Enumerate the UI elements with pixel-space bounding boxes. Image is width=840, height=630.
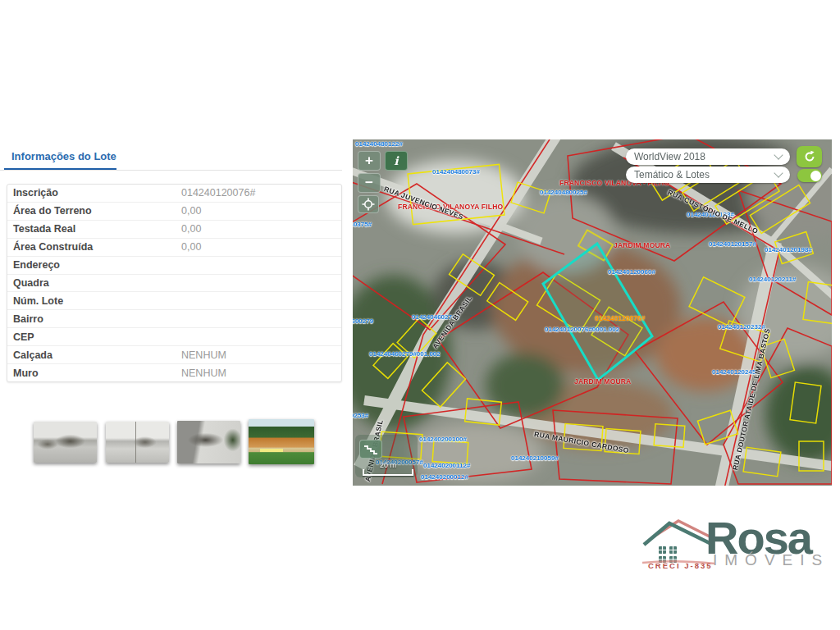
field-label: Endereço <box>7 259 181 271</box>
locate-button[interactable] <box>358 195 379 213</box>
info-row: Bairro <box>7 310 341 328</box>
layer-select-value: Temático & Lotes <box>634 169 710 180</box>
layer-toggle[interactable] <box>797 169 822 182</box>
field-value: 014240120076# <box>181 187 255 199</box>
logo-creci-text: CRECI J-835 <box>648 561 713 570</box>
info-row: Endereço <box>7 257 341 275</box>
info-row: Área Construída0,00 <box>7 239 341 257</box>
photo-thumbnail[interactable] <box>106 422 169 463</box>
refresh-icon <box>803 150 816 163</box>
scale-label: 20 m <box>363 461 413 469</box>
field-label: CEP <box>7 331 181 343</box>
info-row: Testada Real0,00 <box>7 221 341 239</box>
info-row: Inscrição014240120076# <box>7 185 341 203</box>
satellite-map[interactable]: 014240480122#014240480073#014240480025#0… <box>353 139 832 486</box>
field-label: Muro <box>7 368 181 379</box>
info-row: Área do Terreno0,00 <box>7 203 341 221</box>
chevron-down-icon <box>774 150 783 159</box>
basemap-select[interactable]: WorldView 2018 <box>626 148 790 165</box>
zoom-out-button[interactable]: − <box>358 173 381 193</box>
info-row: CEP <box>7 328 341 346</box>
tab-informacoes-do-lote[interactable]: Informações do Lote <box>11 150 116 162</box>
info-row: MuroNENHUM <box>7 364 341 381</box>
page: Informações do Lote Inscrição01424012007… <box>0 0 840 630</box>
field-label: Calçada <box>7 349 181 361</box>
field-value: NENHUM <box>181 368 226 379</box>
info-button[interactable]: i <box>385 151 408 171</box>
field-label: Bairro <box>7 313 181 325</box>
field-label: Testada Real <box>7 223 181 235</box>
photo-thumbnail[interactable] <box>249 419 314 464</box>
scale-bar-line <box>363 469 413 476</box>
info-row: Quadra <box>7 275 341 293</box>
info-row: CalçadaNENHUM <box>7 346 341 364</box>
crosshair-icon <box>362 198 375 211</box>
chevron-down-icon <box>774 168 783 177</box>
field-value: NENHUM <box>181 349 226 361</box>
field-label: Quadra <box>7 277 181 289</box>
info-row: Núm. Lote <box>7 292 341 310</box>
ruler-icon <box>363 444 378 455</box>
toggle-knob <box>810 171 821 181</box>
field-label: Núm. Lote <box>7 295 181 307</box>
field-label: Área do Terreno <box>7 205 181 217</box>
map-scale-bar: 20 m <box>363 461 413 476</box>
field-value: 0,00 <box>181 205 201 217</box>
zoom-in-button[interactable]: + <box>358 151 381 171</box>
ruler-button[interactable] <box>359 440 382 459</box>
photo-thumbnail[interactable] <box>177 421 240 463</box>
field-value: 0,00 <box>181 223 201 235</box>
photo-thumbnail[interactable] <box>34 422 97 463</box>
refresh-button[interactable] <box>797 146 822 167</box>
satellite-basemap <box>353 139 832 486</box>
info-table: Inscrição014240120076#Área do Terreno0,0… <box>7 184 342 382</box>
basemap-select-value: WorldView 2018 <box>634 151 705 162</box>
layer-select[interactable]: Temático & Lotes <box>626 167 790 183</box>
field-value: 0,00 <box>181 241 201 253</box>
logo-subtitle-text: IMÓVEIS <box>713 551 829 569</box>
field-label: Área Construída <box>7 241 181 253</box>
field-label: Inscrição <box>7 187 181 199</box>
tab-divider <box>0 170 342 171</box>
